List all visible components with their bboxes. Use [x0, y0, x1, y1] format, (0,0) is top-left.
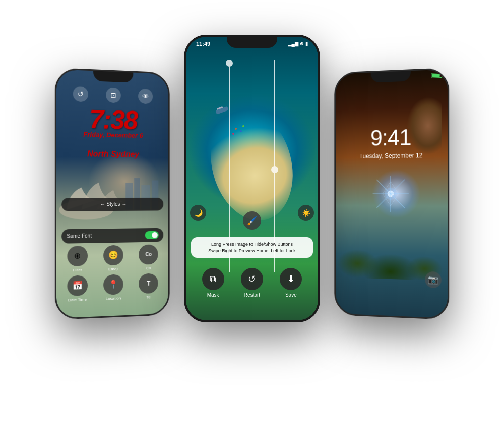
center-phone: 11:49 ▂▄▆ ⊛ ▮	[184, 35, 320, 322]
same-font-label: Same Font	[67, 233, 92, 239]
icon-row-2: 📅 Date Time 📍 Location T Te	[59, 273, 166, 303]
datetime-label: Date Time	[68, 297, 87, 302]
left-notch	[93, 71, 133, 82]
center-side-icons: 🌙	[190, 205, 206, 221]
svg-point-7	[235, 128, 237, 130]
camera-icon: 📷	[428, 274, 438, 285]
location-icon: 📍	[103, 274, 123, 295]
crop-icon[interactable]: ⊡	[106, 87, 121, 103]
handle-mid-right[interactable]	[271, 166, 278, 173]
refresh-icon[interactable]: ↺	[73, 86, 88, 102]
restart-button[interactable]: ↺ Restart	[241, 268, 263, 298]
crystal-svg	[371, 163, 411, 225]
svg-point-8	[240, 130, 242, 132]
emoji-icon: 😊	[103, 245, 123, 265]
battery-tip	[443, 74, 444, 76]
co-icon: Co	[139, 244, 158, 264]
hide-icon[interactable]: 👁	[138, 89, 153, 104]
text-label: Te	[147, 295, 151, 299]
left-phone-screen: ↺ ⊡ 👁 7:38 Friday, December 6 North Sydn…	[56, 69, 168, 318]
handle-top-left[interactable]	[226, 60, 233, 67]
aerial-detail	[206, 93, 266, 156]
center-screen-bg: 11:49 ▂▄▆ ⊛ ▮	[186, 37, 318, 320]
mask-button[interactable]: ⧉ Mask	[202, 268, 224, 298]
center-tooltip: Long Press Image to Hide/Show Buttons Sw…	[191, 237, 313, 258]
text-icon: T	[139, 273, 158, 294]
save-label: Save	[285, 292, 297, 298]
center-phone-screen: 11:49 ▂▄▆ ⊛ ▮	[186, 37, 318, 320]
center-bottom-buttons: ⧉ Mask ↺ Restart ⬇ Save	[186, 268, 318, 298]
restart-icon: ↺	[241, 268, 263, 290]
datetime-button[interactable]: 📅 Date Time	[67, 275, 88, 302]
center-status-icons: ▂▄▆ ⊛ ▮	[288, 41, 308, 46]
datetime-icon: 📅	[67, 275, 88, 296]
emoji-button[interactable]: 😊 Emoji	[103, 245, 123, 271]
center-status-time: 11:49	[196, 41, 210, 47]
left-screen-bg: ↺ ⊡ 👁 7:38 Friday, December 6 North Sydn…	[56, 69, 168, 318]
right-phone: 9:41 Tuesday, September 12 📷	[334, 68, 449, 320]
wifi-icon: ⊛	[300, 41, 304, 46]
svg-point-9	[232, 133, 234, 135]
center-right-icon: ☀️	[298, 205, 314, 221]
sun-icon[interactable]: ☀️	[298, 205, 314, 221]
location-label: Location	[106, 296, 121, 301]
signal-icon: ▂▄▆	[288, 41, 298, 46]
mask-label: Mask	[207, 292, 219, 298]
camera-button[interactable]: 📷	[425, 271, 442, 288]
svg-point-10	[242, 125, 244, 127]
icon-row-1: ⊕ Filter 😊 Emoji Co Co	[59, 244, 166, 273]
save-button[interactable]: ⬇ Save	[280, 268, 302, 298]
brush-icon-center[interactable]: 🖌️	[243, 211, 261, 230]
right-phone-screen: 9:41 Tuesday, September 12 📷	[336, 69, 448, 318]
right-screen-bg: 9:41 Tuesday, September 12 📷	[336, 69, 448, 318]
opera-house-svg	[56, 161, 168, 224]
location-button[interactable]: 📍 Location	[103, 274, 123, 301]
co-button[interactable]: Co Co	[139, 244, 158, 270]
styles-bar[interactable]: ← Styles →	[61, 198, 163, 211]
tooltip-text-line1: Long Press Image to Hide/Show Buttons	[197, 241, 307, 248]
left-phone: ↺ ⊡ 👁 7:38 Friday, December 6 North Sydn…	[55, 68, 170, 320]
emoji-label: Emoji	[108, 267, 118, 272]
left-phone-location: North Sydney	[56, 149, 168, 159]
phones-container: ↺ ⊡ 👁 7:38 Friday, December 6 North Sydn…	[25, 20, 479, 423]
filter-label: Filter	[73, 267, 82, 272]
right-phone-time: 9:41	[336, 124, 448, 151]
same-font-toggle[interactable]	[145, 231, 159, 239]
crystal-glow	[371, 174, 411, 214]
text-button[interactable]: T Te	[139, 273, 158, 300]
left-icon-grid: ⊕ Filter 😊 Emoji Co Co	[59, 244, 166, 306]
battery-fill	[432, 74, 439, 77]
right-phone-date: Tuesday, September 12	[336, 151, 448, 160]
right-status-bar	[431, 73, 442, 78]
co-label: Co	[146, 266, 151, 270]
battery-text-icon: ▮	[305, 41, 308, 46]
styles-label: ← Styles →	[100, 201, 127, 207]
same-font-row: Same Font	[61, 228, 163, 244]
tooltip-text-line2: Swipe Right to Preview Home, Left for Lo…	[197, 248, 307, 254]
battery-icon	[431, 73, 442, 78]
save-icon: ⬇	[280, 268, 302, 290]
moon-icon[interactable]: 🌙	[190, 205, 206, 221]
center-status-bar: 11:49 ▂▄▆ ⊛ ▮	[186, 41, 318, 47]
restart-label: Restart	[244, 292, 260, 298]
brush-icon: 🖌️	[243, 211, 261, 230]
mask-icon: ⧉	[202, 268, 224, 290]
filter-icon: ⊕	[67, 246, 88, 266]
filter-button[interactable]: ⊕ Filter	[67, 246, 88, 273]
aerial-svg	[206, 93, 266, 154]
